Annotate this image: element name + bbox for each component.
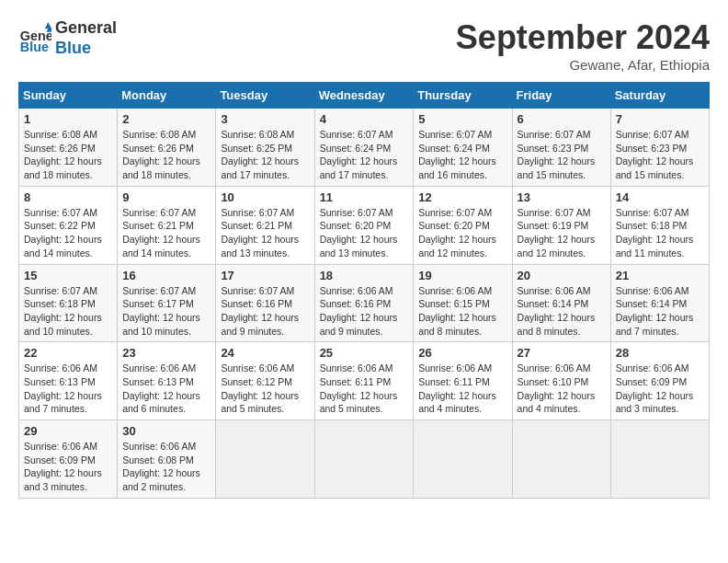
calendar-day-cell: 16Sunrise: 6:07 AM Sunset: 6:17 PM Dayli… [118,264,216,342]
day-info: Sunrise: 6:06 AM Sunset: 6:15 PM Dayligh… [418,284,506,339]
calendar-day-cell [314,420,414,499]
logo: General Blue General Blue [18,18,117,58]
calendar-day-cell: 5Sunrise: 6:07 AM Sunset: 6:24 PM Daylig… [414,109,512,187]
day-number: 23 [122,346,210,360]
header-friday: Friday [512,83,610,109]
day-number: 18 [320,269,409,282]
calendar-week-row: 15Sunrise: 6:07 AM Sunset: 6:18 PM Dayli… [19,264,710,342]
day-info: Sunrise: 6:06 AM Sunset: 6:16 PM Dayligh… [320,284,409,339]
day-info: Sunrise: 6:07 AM Sunset: 6:22 PM Dayligh… [24,206,112,260]
calendar-day-cell: 4Sunrise: 6:07 AM Sunset: 6:24 PM Daylig… [314,109,414,187]
logo-general: General [55,18,117,39]
header-tuesday: Tuesday [216,83,314,109]
day-number: 10 [221,190,309,204]
calendar-day-cell: 24Sunrise: 6:06 AM Sunset: 6:12 PM Dayli… [216,342,314,420]
day-info: Sunrise: 6:06 AM Sunset: 6:08 PM Dayligh… [122,440,210,494]
calendar-day-cell: 22Sunrise: 6:06 AM Sunset: 6:13 PM Dayli… [19,342,118,420]
day-info: Sunrise: 6:08 AM Sunset: 6:26 PM Dayligh… [24,128,112,182]
day-number: 21 [616,269,704,282]
calendar-day-cell: 3Sunrise: 6:08 AM Sunset: 6:25 PM Daylig… [216,109,314,187]
calendar-day-cell: 1Sunrise: 6:08 AM Sunset: 6:26 PM Daylig… [19,109,118,187]
day-info: Sunrise: 6:07 AM Sunset: 6:20 PM Dayligh… [418,206,506,260]
day-number: 6 [518,112,606,126]
day-info: Sunrise: 6:07 AM Sunset: 6:24 PM Dayligh… [320,128,409,182]
day-number: 13 [518,190,606,204]
day-number: 3 [221,112,309,126]
day-info: Sunrise: 6:06 AM Sunset: 6:14 PM Dayligh… [518,284,606,339]
day-info: Sunrise: 6:06 AM Sunset: 6:11 PM Dayligh… [320,362,409,416]
day-info: Sunrise: 6:07 AM Sunset: 6:17 PM Dayligh… [122,284,210,339]
calendar-day-cell: 7Sunrise: 6:07 AM Sunset: 6:23 PM Daylig… [610,109,709,187]
day-number: 7 [616,112,704,126]
day-number: 29 [24,424,112,438]
day-info: Sunrise: 6:08 AM Sunset: 6:26 PM Dayligh… [122,128,210,182]
calendar-day-cell: 30Sunrise: 6:06 AM Sunset: 6:08 PM Dayli… [118,420,216,499]
calendar-day-cell: 6Sunrise: 6:07 AM Sunset: 6:23 PM Daylig… [512,109,610,187]
day-info: Sunrise: 6:06 AM Sunset: 6:09 PM Dayligh… [616,362,704,416]
day-info: Sunrise: 6:06 AM Sunset: 6:13 PM Dayligh… [24,362,112,416]
page-header: General Blue General Blue September 2024… [18,18,710,73]
calendar-day-cell: 29Sunrise: 6:06 AM Sunset: 6:09 PM Dayli… [19,420,118,499]
header-monday: Monday [118,83,216,109]
day-info: Sunrise: 6:06 AM Sunset: 6:09 PM Dayligh… [24,440,112,494]
calendar-day-cell: 12Sunrise: 6:07 AM Sunset: 6:20 PM Dayli… [414,186,512,264]
calendar-day-cell: 17Sunrise: 6:07 AM Sunset: 6:16 PM Dayli… [216,264,314,342]
calendar-week-row: 1Sunrise: 6:08 AM Sunset: 6:26 PM Daylig… [19,109,710,187]
day-info: Sunrise: 6:07 AM Sunset: 6:18 PM Dayligh… [24,284,112,339]
calendar-day-cell: 11Sunrise: 6:07 AM Sunset: 6:20 PM Dayli… [314,186,414,264]
calendar-header-row: SundayMondayTuesdayWednesdayThursdayFrid… [19,83,710,109]
calendar-week-row: 8Sunrise: 6:07 AM Sunset: 6:22 PM Daylig… [19,186,710,264]
day-number: 27 [518,346,606,360]
day-info: Sunrise: 6:07 AM Sunset: 6:21 PM Dayligh… [122,206,210,260]
day-number: 8 [24,190,112,204]
day-number: 20 [518,269,606,282]
header-wednesday: Wednesday [314,83,414,109]
title-section: September 2024 Gewane, Afar, Ethiopia [456,18,710,73]
header-saturday: Saturday [610,83,709,109]
day-number: 19 [418,269,506,282]
calendar-day-cell: 2Sunrise: 6:08 AM Sunset: 6:26 PM Daylig… [118,109,216,187]
day-number: 4 [320,112,409,126]
day-number: 5 [418,112,506,126]
day-number: 15 [24,269,112,282]
day-info: Sunrise: 6:07 AM Sunset: 6:18 PM Dayligh… [616,206,704,260]
month-title: September 2024 [456,18,710,57]
day-number: 17 [221,269,309,282]
calendar-day-cell [512,420,610,499]
day-number: 24 [221,346,309,360]
day-number: 9 [122,190,210,204]
location: Gewane, Afar, Ethiopia [456,57,710,73]
day-info: Sunrise: 6:07 AM Sunset: 6:16 PM Dayligh… [221,284,309,339]
day-info: Sunrise: 6:07 AM Sunset: 6:23 PM Dayligh… [518,128,606,182]
calendar-week-row: 29Sunrise: 6:06 AM Sunset: 6:09 PM Dayli… [19,420,710,499]
day-info: Sunrise: 6:07 AM Sunset: 6:20 PM Dayligh… [320,206,409,260]
day-info: Sunrise: 6:06 AM Sunset: 6:10 PM Dayligh… [518,362,606,416]
day-info: Sunrise: 6:07 AM Sunset: 6:19 PM Dayligh… [518,206,606,260]
header-sunday: Sunday [19,83,118,109]
logo-icon: General Blue [18,22,51,55]
calendar-day-cell: 27Sunrise: 6:06 AM Sunset: 6:10 PM Dayli… [512,342,610,420]
day-info: Sunrise: 6:07 AM Sunset: 6:24 PM Dayligh… [418,128,506,182]
calendar-day-cell: 20Sunrise: 6:06 AM Sunset: 6:14 PM Dayli… [512,264,610,342]
day-number: 11 [320,190,409,204]
day-number: 22 [24,346,112,360]
day-info: Sunrise: 6:06 AM Sunset: 6:11 PM Dayligh… [418,362,506,416]
day-info: Sunrise: 6:06 AM Sunset: 6:13 PM Dayligh… [122,362,210,416]
day-number: 14 [616,190,704,204]
day-number: 30 [122,424,210,438]
day-number: 16 [122,269,210,282]
calendar-day-cell: 13Sunrise: 6:07 AM Sunset: 6:19 PM Dayli… [512,186,610,264]
calendar-day-cell: 26Sunrise: 6:06 AM Sunset: 6:11 PM Dayli… [414,342,512,420]
calendar-day-cell: 28Sunrise: 6:06 AM Sunset: 6:09 PM Dayli… [610,342,709,420]
day-number: 28 [616,346,704,360]
day-number: 1 [24,112,112,126]
day-info: Sunrise: 6:08 AM Sunset: 6:25 PM Dayligh… [221,128,309,182]
calendar-day-cell: 23Sunrise: 6:06 AM Sunset: 6:13 PM Dayli… [118,342,216,420]
day-number: 12 [418,190,506,204]
logo-blue: Blue [55,39,117,59]
calendar-day-cell [414,420,512,499]
calendar-table: SundayMondayTuesdayWednesdayThursdayFrid… [18,82,710,499]
calendar-day-cell: 14Sunrise: 6:07 AM Sunset: 6:18 PM Dayli… [610,186,709,264]
calendar-day-cell: 25Sunrise: 6:06 AM Sunset: 6:11 PM Dayli… [314,342,414,420]
day-number: 2 [122,112,210,126]
